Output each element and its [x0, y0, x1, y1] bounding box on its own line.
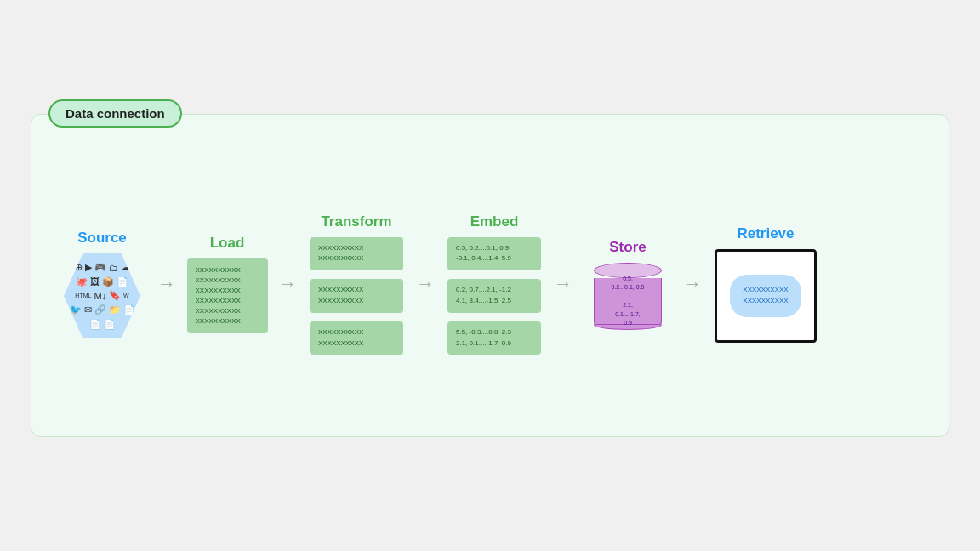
- load-section: Load XXXXXXXXXX XXXXXXXXXX XXXXXXXXXX XX…: [185, 235, 270, 333]
- source-icon-19: 📄: [89, 319, 101, 330]
- source-icon-3: 🎮: [94, 262, 106, 273]
- main-diagram: Data connection Source ⊕ ▶ 🎮 🗂 ☁ 🐙 🖼 📦 📄…: [31, 114, 949, 437]
- source-icon-10: HTML: [75, 293, 91, 298]
- embed-card-3: 5.5, -0.3....0.8, 2.3 2.1, 0.1....-1.7, …: [447, 321, 541, 355]
- retrieve-inner: XXXXXXXXXX XXXXXXXXXX: [730, 275, 801, 317]
- embed-card-1-line-2: -0.1, 0.4....1.4, 5.9: [456, 253, 533, 264]
- transform-card-2: XXXXXXXXXX XXXXXXXXXX: [310, 279, 403, 313]
- retrieve-section: Retrieve XXXXXXXXXX XXXXXXXXXX: [710, 225, 821, 343]
- load-line-4: XXXXXXXXXX: [196, 296, 259, 306]
- embed-card-3-line-1: 5.5, -0.3....0.8, 2.3: [456, 327, 533, 338]
- transform-card-3: XXXXXXXXXX XXXXXXXXXX: [310, 321, 403, 355]
- pipeline: Source ⊕ ▶ 🎮 🗂 ☁ 🐙 🖼 📦 📄 HTML M↓ 🔖 W 🐦 ✉…: [55, 140, 925, 428]
- cylinder-text-line1: 0.5, 0.2...0.1, 0.9: [612, 275, 645, 290]
- arrow-4: [550, 273, 576, 295]
- load-box: XXXXXXXXXX XXXXXXXXXX XXXXXXXXXX XXXXXXX…: [187, 258, 268, 333]
- source-label: Source: [77, 230, 127, 247]
- transform-card-2-line-1: XXXXXXXXXX: [318, 285, 395, 296]
- transform-label: Transform: [321, 213, 391, 230]
- embed-card-2: 0.2, 0.7....2.1, -1.2 4.1, 3.4....-1.5, …: [447, 279, 541, 313]
- embed-section: Embed 0.5, 0.2....0.1, 0.9 -0.1, 0.4....…: [443, 213, 545, 355]
- transform-cards: XXXXXXXXXX XXXXXXXXXX XXXXXXXXXX XXXXXXX…: [310, 237, 403, 355]
- source-icon-7: 🖼: [90, 276, 100, 287]
- transform-card-3-line-2: XXXXXXXXXX: [318, 338, 395, 349]
- cylinder-body: 0.5, 0.2...0.1, 0.9 ... 2.1, 0.1...-1.7,…: [594, 278, 662, 325]
- transform-card-1-line-2: XXXXXXXXXX: [318, 253, 395, 264]
- source-icon-14: 🐦: [70, 304, 82, 315]
- arrow-1: [154, 273, 179, 295]
- data-connection-badge: Data connection: [48, 99, 182, 128]
- load-line-3: XXXXXXXXXX: [196, 286, 259, 296]
- source-icon-18: 📄: [123, 304, 135, 315]
- source-icon-17: 📁: [109, 304, 121, 315]
- embed-card-2-line-2: 4.1, 3.4....-1.5, 2.5: [456, 296, 533, 307]
- embed-cards: 0.5, 0.2....0.1, 0.9 -0.1, 0.4....1.4, 5…: [447, 237, 541, 355]
- cylinder-text-dots: ...: [625, 293, 630, 298]
- retrieve-inner-text-2: XXXXXXXXXX: [738, 296, 793, 307]
- load-line-5: XXXXXXXXXX: [196, 306, 259, 316]
- arrow-5: [680, 273, 705, 295]
- source-hexagon: ⊕ ▶ 🎮 🗂 ☁ 🐙 🖼 📦 📄 HTML M↓ 🔖 W 🐦 ✉ 🔗 📁 📄 …: [64, 253, 140, 338]
- load-label: Load: [210, 235, 245, 252]
- source-icon-6: 🐙: [76, 276, 88, 287]
- transform-section: Transform XXXXXXXXXX XXXXXXXXXX XXXXXXXX…: [305, 213, 407, 355]
- cylinder-text: 0.5, 0.2...0.1, 0.9 ... 2.1, 0.1...-1.7,…: [612, 274, 645, 327]
- source-icon-13: W: [123, 293, 129, 298]
- store-section: Store 0.5, 0.2...0.1, 0.9 ... 2.1, 0.1..…: [581, 239, 675, 330]
- store-label: Store: [609, 239, 646, 256]
- embed-card-3-line-2: 2.1, 0.1....-1.7, 0.9: [456, 338, 533, 349]
- source-icon-15: ✉: [84, 304, 92, 315]
- load-line-6: XXXXXXXXXX: [196, 316, 259, 327]
- arrow-3: [413, 273, 438, 295]
- embed-card-2-line-1: 0.2, 0.7....2.1, -1.2: [456, 285, 533, 296]
- cylinder-text-line2: 2.1, 0.1...-1.7, 0.9: [615, 302, 641, 326]
- source-section: Source ⊕ ▶ 🎮 🗂 ☁ 🐙 🖼 📦 📄 HTML M↓ 🔖 W 🐦 ✉…: [55, 230, 149, 338]
- retrieve-inner-text-1: XXXXXXXXXX: [738, 285, 793, 296]
- embed-card-1-line-1: 0.5, 0.2....0.1, 0.9: [456, 243, 533, 254]
- retrieve-label: Retrieve: [737, 225, 794, 242]
- source-icon-9: 📄: [117, 276, 128, 287]
- source-icon-5: ☁: [121, 262, 130, 273]
- arrow-2: [275, 273, 300, 295]
- store-cylinder: 0.5, 0.2...0.1, 0.9 ... 2.1, 0.1...-1.7,…: [594, 263, 662, 330]
- source-icon-16: 🔗: [94, 304, 106, 315]
- transform-card-1: XXXXXXXXXX XXXXXXXXXX: [310, 237, 403, 271]
- source-icon-12: 🔖: [109, 290, 121, 301]
- load-line-1: XXXXXXXXXX: [196, 265, 259, 276]
- source-icon-11: M↓: [94, 291, 106, 301]
- transform-card-1-line-1: XXXXXXXXXX: [318, 243, 395, 254]
- embed-card-1: 0.5, 0.2....0.1, 0.9 -0.1, 0.4....1.4, 5…: [447, 237, 541, 271]
- source-icon-2: ▶: [85, 262, 92, 273]
- transform-card-2-line-2: XXXXXXXXXX: [318, 296, 395, 307]
- source-icon-20: 📄: [104, 319, 116, 330]
- transform-card-3-line-1: XXXXXXXXXX: [318, 327, 395, 338]
- load-line-2: XXXXXXXXXX: [196, 276, 259, 286]
- source-icon-8: 📦: [102, 276, 114, 287]
- retrieve-box: XXXXXXXXXX XXXXXXXXXX: [715, 249, 817, 343]
- source-icon-1: ⊕: [75, 262, 83, 273]
- embed-label: Embed: [470, 213, 519, 230]
- source-icon-4: 🗂: [109, 263, 118, 273]
